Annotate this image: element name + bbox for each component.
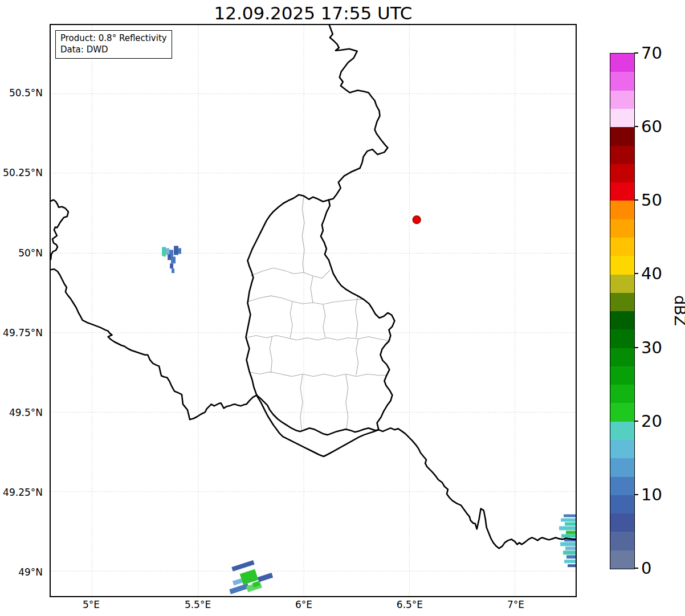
colorbar-segment (610, 146, 634, 164)
colorbar-segment (610, 532, 634, 550)
colorbar-segment (610, 127, 634, 145)
x-tick-label: 6°E (295, 599, 312, 610)
colorbar-segment (610, 348, 634, 366)
france-luxembourg-border (256, 395, 378, 435)
radar-site-marker (413, 216, 421, 224)
x-tick-label: 6.5°E (397, 599, 423, 610)
colorbar-tick-value: 10 (641, 485, 662, 504)
y-tick-label: 49°N (18, 566, 43, 578)
france-germany-border (379, 428, 576, 548)
colorbar-tickmark (634, 568, 638, 569)
radar-echo-south (223, 556, 275, 596)
y-tick-label: 49.75°N (3, 327, 43, 338)
x-tick-label: 5.5°E (185, 599, 211, 610)
map-canvas (51, 25, 576, 596)
colorbar-tick-value: 0 (641, 558, 651, 578)
x-tick-label: 7°E (507, 599, 524, 610)
luxembourg-border (246, 195, 395, 456)
colorbar-tick-value: 70 (641, 43, 662, 63)
radar-echo-west (162, 246, 181, 273)
colorbar-segment (610, 109, 634, 127)
country-borders (51, 25, 576, 548)
colorbar-tickmark (634, 126, 638, 127)
y-tick-label: 50.25°N (3, 167, 43, 178)
x-tick-label: 5°E (83, 599, 100, 610)
colorbar-tickmark (634, 494, 638, 495)
colorbar-segment (610, 385, 634, 403)
y-tick-label: 49.5°N (9, 407, 43, 418)
colorbar-tick-value: 60 (641, 117, 662, 136)
colorbar-segment (610, 403, 634, 421)
colorbar-tick-value: 20 (641, 411, 662, 431)
radar-figure: 12.09.2025 17:55 UTC (0, 0, 685, 616)
colorbar-tickmark (634, 52, 638, 54)
colorbar-segment (610, 238, 634, 256)
colorbar-segment (610, 72, 634, 90)
colorbar-segment (610, 54, 634, 72)
belgium-germany-border (329, 25, 388, 200)
canton-borders (246, 196, 389, 430)
colorbar-segment (610, 182, 634, 201)
colorbar-tickmark (634, 421, 638, 422)
colorbar-segment (610, 366, 634, 385)
colorbar-tick-value: 30 (641, 338, 662, 357)
colorbar-tickmark (634, 347, 638, 348)
x-axis-tick-labels: 5°E5.5°E6°E6.5°E7°E (50, 599, 577, 613)
product-label: Product: 0.8° Reflectivity (60, 33, 167, 44)
colorbar-segment (610, 329, 634, 348)
y-tick-label: 50.5°N (9, 87, 43, 99)
colorbar-tickmark (634, 199, 638, 201)
colorbar-segment (610, 422, 634, 440)
colorbar-segment (610, 311, 634, 329)
colorbar-segment (610, 477, 634, 495)
y-axis-tick-labels: 50.5°N50.25°N50°N49.75°N49.5°N49.25°N49°… (0, 24, 46, 597)
colorbar-segment (610, 219, 634, 238)
colorbar-tickmark (634, 273, 638, 274)
colorbar-axis-label: dBZ (653, 283, 685, 338)
colorbar-segment (610, 201, 634, 219)
colorbar-segment (610, 293, 634, 311)
colorbar-segment (610, 275, 634, 293)
colorbar-segment (610, 513, 634, 532)
colorbar (610, 53, 635, 569)
grid-lines (51, 25, 576, 596)
colorbar-segment (610, 256, 634, 274)
map-axes: Product: 0.8° Reflectivity Data: DWD (50, 24, 577, 597)
colorbar-segment (610, 495, 634, 513)
givet-salient-border (51, 200, 68, 260)
colorbar-segment (610, 91, 634, 109)
colorbar-segment (610, 164, 634, 182)
figure-title: 12.09.2025 17:55 UTC (50, 3, 577, 23)
colorbar-segment (610, 550, 634, 569)
y-tick-label: 49.25°N (3, 487, 43, 498)
colorbar-segment (610, 440, 634, 458)
colorbar-tick-value: 50 (641, 190, 662, 210)
radar-echo-east (559, 515, 576, 568)
data-source-label: Data: DWD (60, 44, 167, 56)
product-info-box: Product: 0.8° Reflectivity Data: DWD (55, 30, 172, 59)
france-belgium-border (51, 269, 256, 419)
colorbar-tick-value: 40 (641, 264, 662, 283)
y-tick-label: 50°N (18, 247, 43, 259)
colorbar-segment (610, 458, 634, 476)
